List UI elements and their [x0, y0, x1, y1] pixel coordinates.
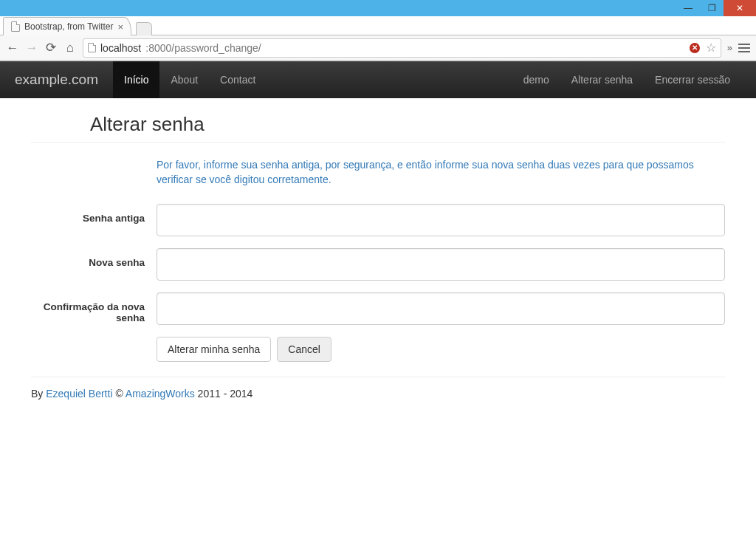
extension-icon[interactable]: ✕ [690, 43, 700, 53]
navbar-right: demo Alterar senha Encerrar sessão [512, 61, 741, 98]
nav-item-encerrar-sessao[interactable]: Encerrar sessão [644, 61, 741, 98]
cancel-button[interactable]: Cancel [277, 337, 331, 362]
nav-item-contact[interactable]: Contact [209, 61, 267, 98]
new-password-input[interactable] [157, 248, 725, 281]
navbar-brand[interactable]: example.com [15, 72, 98, 88]
confirm-password-input[interactable] [157, 292, 725, 325]
footer-author-link[interactable]: Ezequiel Bertti [46, 388, 112, 400]
confirm-password-label: Confirmação da nova senha [31, 292, 157, 323]
home-button[interactable]: ⌂ [63, 41, 77, 55]
nav-item-about[interactable]: About [159, 61, 209, 98]
close-tab-icon[interactable]: × [118, 21, 124, 32]
app-navbar: example.com Início About Contact demo Al… [0, 61, 756, 98]
tab-title: Bootstrap, from Twitter [24, 21, 114, 32]
nav-label: Início [124, 74, 148, 86]
footer-divider [31, 377, 725, 377]
url-host: localhost [100, 42, 141, 54]
page-title: Alterar senha [31, 106, 725, 143]
old-password-input[interactable] [157, 204, 725, 236]
form-group-old-password: Senha antiga [31, 204, 725, 236]
new-tab-button[interactable] [136, 22, 152, 35]
nav-item-demo[interactable]: demo [512, 61, 560, 98]
old-password-label: Senha antiga [31, 204, 157, 224]
menu-icon[interactable] [738, 44, 750, 52]
password-change-form: Por favor, informe sua senha antiga, por… [31, 157, 725, 362]
tab-strip: Bootstrap, from Twitter × [0, 16, 756, 35]
overflow-icon[interactable]: » [727, 42, 732, 53]
forward-button[interactable]: → [25, 41, 38, 55]
window-maximize-button[interactable]: ❐ [700, 0, 724, 16]
nav-label: Encerrar sessão [655, 74, 730, 86]
submit-button[interactable]: Alterar minha senha [157, 337, 271, 362]
address-bar[interactable]: localhost:8000/password_change/ ✕ ☆ [83, 38, 721, 58]
window-titlebar: — ❐ ✕ [0, 0, 756, 16]
footer-copy: © [113, 388, 126, 400]
form-group-confirm-password: Confirmação da nova senha [31, 292, 725, 325]
nav-item-inicio[interactable]: Início [113, 61, 159, 98]
page-container: Alterar senha Por favor, informe sua sen… [16, 98, 740, 422]
page-icon [88, 43, 96, 52]
navbar-left: Início About Contact [113, 61, 267, 98]
bookmark-star-icon[interactable]: ☆ [706, 41, 716, 55]
form-help-text: Por favor, informe sua senha antiga, por… [157, 157, 725, 188]
footer-by: By [31, 388, 46, 400]
reload-button[interactable]: ⟳ [44, 40, 58, 55]
browser-tab[interactable]: Bootstrap, from Twitter × [3, 17, 131, 35]
browser-chrome: — ❐ ✕ Bootstrap, from Twitter × ← → ⟳ ⌂ … [0, 0, 756, 61]
window-minimize-button[interactable]: — [676, 0, 700, 16]
footer: By Ezequiel Bertti © AmazingWorks 2011 -… [31, 388, 725, 400]
nav-label: About [171, 74, 198, 86]
nav-label: demo [523, 74, 549, 86]
browser-toolbar: ← → ⟳ ⌂ localhost:8000/password_change/ … [0, 35, 756, 61]
footer-company-link[interactable]: AmazingWorks [126, 388, 195, 400]
back-button[interactable]: ← [6, 41, 19, 55]
form-group-new-password: Nova senha [31, 248, 725, 281]
nav-label: Alterar senha [571, 74, 633, 86]
footer-years: 2011 - 2014 [195, 388, 253, 400]
url-path: :8000/password_change/ [145, 42, 261, 54]
page-icon [11, 21, 20, 32]
nav-item-alterar-senha[interactable]: Alterar senha [560, 61, 644, 98]
form-actions: Alterar minha senha Cancel [157, 337, 725, 362]
nav-label: Contact [220, 74, 255, 86]
new-password-label: Nova senha [31, 248, 157, 268]
window-close-button[interactable]: ✕ [724, 0, 756, 16]
